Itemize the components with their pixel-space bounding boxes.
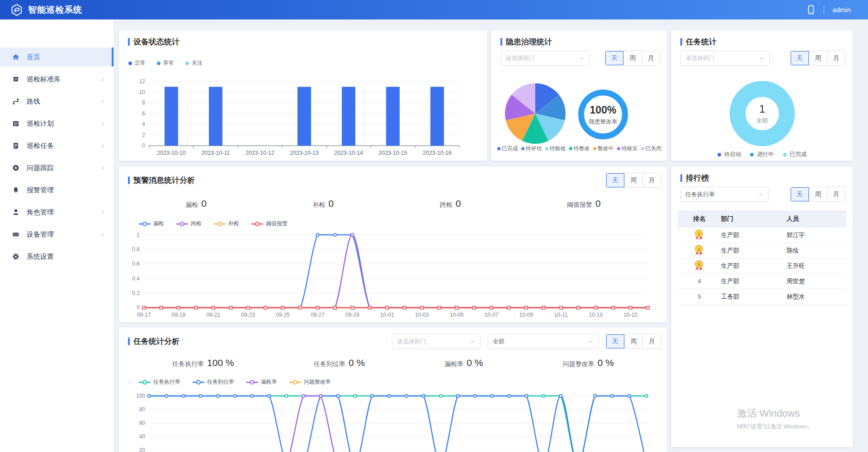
toggle-option-2[interactable]: 周 (624, 334, 642, 348)
legend-item[interactable]: 跨检 (176, 220, 202, 228)
toggle-option-2[interactable]: 周 (809, 51, 827, 65)
sidebar-item-label: 巡检标准库 (27, 75, 99, 84)
medal-rank-3-icon: 3 (687, 260, 712, 272)
legend-item[interactable]: 正常 (128, 59, 146, 67)
panel-title-device: 设备状态统计 (128, 37, 179, 47)
stat-value: 0 (595, 198, 601, 209)
legend-dot (750, 153, 754, 157)
rank-number: 5 (687, 293, 712, 300)
stat-label: 跨检 (440, 201, 453, 209)
toggle-option-3[interactable]: 月 (642, 51, 660, 65)
toggle-option-1[interactable]: 天 (606, 334, 624, 348)
legend-item[interactable]: 阈值报警 (251, 220, 288, 228)
stat-1: 漏检0 (185, 198, 207, 209)
analysis-stats-row: 任务执行率100 %任务到位率0 %漏检率0 %问题整改率0 % (119, 357, 667, 368)
ranking-metric-select[interactable]: 任务执行率 (680, 187, 769, 202)
title-accent-bar (128, 38, 130, 46)
toggle-option-3[interactable]: 月 (827, 51, 845, 65)
toggle-option-2[interactable]: 周 (624, 173, 642, 187)
svg-text:0.4: 0.4 (132, 276, 140, 282)
legend-item[interactable]: 整改中 (593, 145, 614, 152)
legend-item[interactable]: 待评估 (521, 145, 542, 152)
hazard-dept-select[interactable]: 请选择部门 (500, 51, 590, 66)
legend-item[interactable]: 补检 (213, 220, 239, 228)
legend-item[interactable]: 待验收 (545, 145, 566, 152)
task-dept-select[interactable]: 请选择部门 (680, 51, 770, 66)
username[interactable]: admin (832, 6, 851, 14)
toggle-option-1[interactable]: 天 (605, 51, 623, 65)
sidebar-item-route[interactable]: 路线 (0, 92, 113, 111)
svg-text:0.2: 0.2 (132, 290, 140, 296)
sidebar-item-bell[interactable]: 报警管理 (0, 181, 113, 200)
analysis-time-toggle: 天周月 (606, 334, 661, 349)
legend-item[interactable]: 已关闭 (641, 145, 662, 152)
stat-value: 0 (456, 198, 461, 209)
legend-dot (569, 147, 572, 150)
legend-label: 补检 (228, 220, 239, 228)
svg-text:10-15: 10-15 (623, 312, 637, 318)
sidebar-item-home[interactable]: 首页 (0, 48, 113, 67)
sidebar-item-star[interactable]: 问题跟踪 (0, 158, 113, 177)
legend-item[interactable]: 待启动 (717, 151, 741, 158)
chevron-down-icon (758, 191, 764, 198)
toggle-option-3[interactable]: 月 (827, 187, 845, 201)
legend-item[interactable]: 异常 (157, 59, 174, 67)
analysis-scope-select[interactable]: 全部 (488, 334, 599, 349)
device-status-legend: 正常异常关注 (128, 59, 203, 67)
panel-device-status: 设备状态统计 正常异常关注 0246810122023-10-102023-10… (119, 30, 487, 161)
sidebar-item-label: 报警管理 (27, 186, 105, 195)
sidebar-item-calendar[interactable]: 巡检计划 (0, 114, 113, 133)
svg-text:1: 1 (759, 103, 765, 115)
svg-text:2: 2 (698, 247, 700, 251)
chevron-down-icon (469, 338, 476, 345)
panel-warning-analysis: 预警消息统计分析 天周月 漏检0补检0跨检0阈值报警0 漏检跨检补检阈值报警 0… (119, 167, 667, 322)
svg-text:09-21: 09-21 (206, 312, 220, 318)
toggle-option-1[interactable]: 天 (791, 187, 809, 201)
gear-icon (12, 252, 20, 261)
legend-item[interactable]: 关注 (185, 59, 203, 67)
toggle-option-1[interactable]: 天 (791, 51, 809, 65)
analysis-dept-select[interactable]: 请选择部门 (392, 334, 481, 349)
sidebar-item-user[interactable]: 角色管理 (0, 203, 113, 222)
stat-value: 0 % (349, 357, 365, 368)
chevron-right-icon (99, 209, 105, 215)
star-icon (12, 164, 20, 172)
svg-text:隐患整改率: 隐患整改率 (589, 119, 618, 125)
ranking-row: 2生产部陈俭 (678, 243, 846, 258)
legend-dot (783, 153, 787, 157)
warning-line-chart: 00.20.40.60.8109-1709-1909-2109-2309-250… (124, 229, 658, 322)
sidebar-item-document[interactable]: 巡检任务 (0, 136, 113, 155)
legend-dot (497, 147, 500, 150)
legend-item[interactable]: 漏检 (138, 220, 164, 228)
sidebar-item-label: 问题跟踪 (27, 164, 99, 172)
title-accent-bar (680, 174, 682, 182)
sidebar-item-gear[interactable]: 系统设置 (0, 247, 113, 266)
legend-item[interactable]: 待核实 (617, 145, 638, 152)
legend-label: 阈值报警 (266, 220, 288, 228)
stat-4: 问题整改率0 % (563, 357, 614, 368)
legend-item[interactable]: 已完成 (497, 145, 518, 152)
legend-item[interactable]: 进行中 (750, 151, 774, 158)
svg-text:2023-10-12: 2023-10-12 (245, 150, 274, 156)
legend-item[interactable]: 已完成 (783, 151, 807, 158)
legend-label: 已关闭 (646, 145, 662, 152)
legend-dot (717, 153, 721, 157)
legend-item[interactable]: 待整改 (569, 145, 590, 152)
chevron-down-icon (759, 55, 765, 62)
mobile-icon[interactable] (807, 5, 816, 15)
stat-value: 0 (201, 198, 207, 209)
ranking-header: 排名 (687, 215, 712, 223)
ranking-dept: 生产部 (721, 247, 787, 255)
toggle-option-3[interactable]: 月 (642, 173, 660, 187)
calendar-icon (12, 119, 20, 128)
svg-text:09-23: 09-23 (241, 312, 255, 318)
toggle-option-2[interactable]: 周 (623, 51, 642, 65)
sidebar-item-archive[interactable]: 巡检标准库 (0, 70, 113, 89)
toggle-option-2[interactable]: 周 (809, 187, 827, 201)
svg-text:20: 20 (139, 447, 146, 452)
sidebar-item-devices[interactable]: 设备管理 (0, 225, 113, 244)
toggle-option-1[interactable]: 天 (606, 173, 624, 187)
toggle-option-3[interactable]: 月 (642, 334, 660, 348)
svg-text:10-11: 10-11 (554, 312, 568, 318)
title-accent-bar (128, 176, 130, 184)
